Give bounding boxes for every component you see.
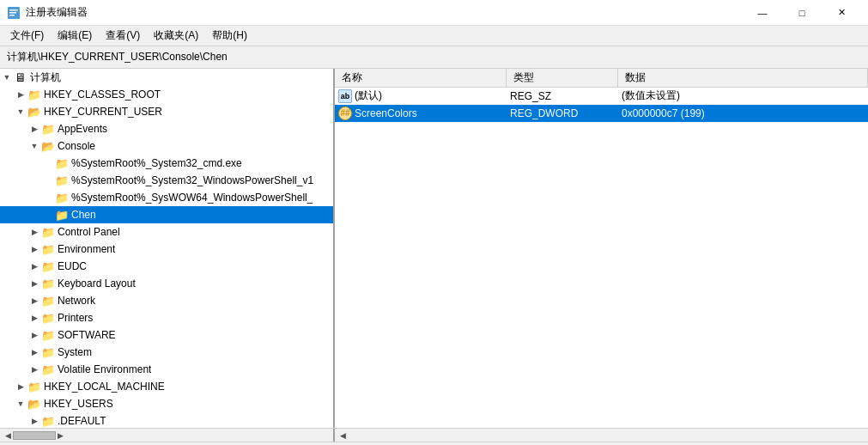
eudc-icon: 📁	[41, 259, 55, 273]
tree-label-hkcr: HKEY_CLASSES_ROOT	[44, 88, 161, 101]
table-header: 名称 类型 数据	[335, 69, 868, 88]
hklm-icon: 📁	[27, 380, 41, 393]
close-button[interactable]: ✕	[822, 0, 861, 26]
expand-console[interactable]: ▼	[27, 139, 41, 153]
software-icon: 📁	[41, 328, 55, 342]
tree-panel: ▼ 🖥 计算机 ▶ 📁 HKEY_CLASSES_ROOT ▼ 📂 HKEY_C…	[0, 69, 335, 428]
tree-item-eudc[interactable]: ▶ 📁 EUDC	[0, 258, 333, 275]
col-header-name[interactable]: 名称	[335, 69, 507, 87]
tree-label-printers: Printers	[58, 312, 93, 324]
tree-item-hklm[interactable]: ▶ 📁 HKEY_LOCAL_MACHINE	[0, 378, 333, 395]
tree-item-system[interactable]: ▶ 📁 System	[0, 344, 333, 361]
cmd-icon: 📁	[55, 156, 69, 170]
tree-item-chen[interactable]: 📁 Chen	[0, 206, 333, 223]
expand-default[interactable]: ▶	[27, 414, 41, 428]
expand-keyboardlayout[interactable]: ▶	[27, 277, 41, 290]
tree-label-console: Console	[58, 140, 95, 152]
expand-computer[interactable]: ▼	[0, 70, 14, 84]
tree-item-hkcu[interactable]: ▼ 📂 HKEY_CURRENT_USER	[0, 103, 333, 120]
tree-item-appevents[interactable]: ▶ 📁 AppEvents	[0, 120, 333, 137]
menu-bar: 文件(F) 编辑(E) 查看(V) 收藏夹(A) 帮助(H)	[0, 26, 868, 46]
tree-label-appevents: AppEvents	[58, 123, 107, 135]
menu-favorites[interactable]: 收藏夹(A)	[147, 27, 205, 46]
printers-icon: 📁	[41, 311, 55, 325]
main-content: ▼ 🖥 计算机 ▶ 📁 HKEY_CLASSES_ROOT ▼ 📂 HKEY_C…	[0, 69, 868, 428]
controlpanel-icon: 📁	[41, 225, 55, 239]
menu-file[interactable]: 文件(F)	[3, 27, 51, 46]
tree-label-environment: Environment	[58, 243, 115, 255]
expand-environment[interactable]: ▶	[27, 242, 41, 256]
console-icon: 📂	[41, 139, 55, 153]
tree-hscroll[interactable]: ◀ ▶	[0, 429, 335, 442]
title-bar: 注册表编辑器 — □ ✕	[0, 0, 868, 26]
value-name-default: (默认)	[355, 88, 382, 103]
tree-item-printers[interactable]: ▶ 📁 Printers	[0, 309, 333, 326]
svg-rect-1	[9, 9, 18, 11]
status-bar: CSDN @小青龍	[0, 442, 868, 445]
minimize-button[interactable]: —	[743, 0, 782, 26]
expand-controlpanel[interactable]: ▶	[27, 225, 41, 239]
tree-item-environment[interactable]: ▶ 📁 Environment	[0, 241, 333, 258]
reg-icon-dword: ##	[338, 107, 352, 120]
hkcr-icon: 📁	[27, 88, 41, 101]
menu-edit[interactable]: 编辑(E)	[51, 27, 99, 46]
network-icon: 📁	[41, 294, 55, 308]
window-title: 注册表编辑器	[26, 5, 743, 20]
value-name-screencolors: ScreenColors	[355, 107, 417, 119]
tree-label-hku: HKEY_USERS	[44, 398, 113, 410]
tree-item-computer[interactable]: ▼ 🖥 计算机	[0, 69, 333, 86]
expand-system[interactable]: ▶	[27, 345, 41, 359]
tree-item-volatile[interactable]: ▶ 📁 Volatile Environment	[0, 361, 333, 378]
maximize-button[interactable]: □	[782, 0, 822, 26]
tree-label-eudc: EUDC	[58, 260, 87, 272]
table-row[interactable]: ## ScreenColors REG_DWORD 0x000000c7 (19…	[335, 105, 868, 122]
expand-volatile[interactable]: ▶	[27, 363, 41, 376]
tree-item-console[interactable]: ▼ 📂 Console	[0, 137, 333, 155]
tree-item-ps1[interactable]: 📁 %SystemRoot%_System32_WindowsPowerShel…	[0, 172, 333, 189]
tree-item-controlpanel[interactable]: ▶ 📁 Control Panel	[0, 223, 333, 241]
hscroll-thumb[interactable]	[13, 431, 56, 440]
tree-label-pswow: %SystemRoot%_SysWOW64_WindowsPowerShell_	[71, 192, 313, 204]
menu-view[interactable]: 查看(V)	[99, 27, 147, 46]
right-scroll-left-arrow[interactable]: ◀	[338, 431, 348, 440]
expand-eudc[interactable]: ▶	[27, 259, 41, 273]
tree-item-keyboardlayout[interactable]: ▶ 📁 Keyboard Layout	[0, 275, 333, 292]
expand-printers[interactable]: ▶	[27, 311, 41, 325]
scroll-right-arrow[interactable]: ▶	[56, 431, 65, 440]
tree-item-hku[interactable]: ▼ 📂 HKEY_USERS	[0, 395, 333, 412]
tree-label-cmd: %SystemRoot%_System32_cmd.exe	[71, 157, 242, 169]
cell-type-screencolors: REG_DWORD	[507, 107, 618, 119]
col-header-data[interactable]: 数据	[618, 69, 868, 87]
col-header-type[interactable]: 类型	[507, 69, 618, 87]
keyboardlayout-icon: 📁	[41, 277, 55, 290]
expand-hkcr[interactable]: ▶	[14, 88, 27, 101]
tree-scroll[interactable]: ▼ 🖥 计算机 ▶ 📁 HKEY_CLASSES_ROOT ▼ 📂 HKEY_C…	[0, 69, 333, 428]
expand-network[interactable]: ▶	[27, 294, 41, 308]
right-hscroll[interactable]: ◀	[335, 429, 868, 442]
scroll-left-arrow[interactable]: ◀	[3, 431, 13, 440]
tree-item-cmd[interactable]: 📁 %SystemRoot%_System32_cmd.exe	[0, 155, 333, 172]
expand-software[interactable]: ▶	[27, 328, 41, 342]
table-body: ab (默认) REG_SZ (数值未设置) ## ScreenColors R…	[335, 88, 868, 428]
tree-item-hkcr[interactable]: ▶ 📁 HKEY_CLASSES_ROOT	[0, 86, 333, 103]
address-path: 计算机\HKEY_CURRENT_USER\Console\Chen	[7, 50, 228, 64]
volatile-icon: 📁	[41, 363, 55, 376]
cell-type-default: REG_SZ	[507, 90, 618, 102]
app-icon	[7, 6, 21, 20]
tree-item-default[interactable]: ▶ 📁 .DEFAULT	[0, 412, 333, 428]
tree-item-pswow[interactable]: 📁 %SystemRoot%_SysWOW64_WindowsPowerShel…	[0, 189, 333, 206]
expand-appevents[interactable]: ▶	[27, 122, 41, 136]
menu-help[interactable]: 帮助(H)	[205, 27, 254, 46]
window-controls: — □ ✕	[743, 0, 861, 26]
tree-label-hkcu: HKEY_CURRENT_USER	[44, 106, 162, 118]
expand-hklm[interactable]: ▶	[14, 380, 27, 393]
tree-item-network[interactable]: ▶ 📁 Network	[0, 292, 333, 309]
cell-name-screencolors: ## ScreenColors	[335, 107, 507, 120]
tree-item-software[interactable]: ▶ 📁 SOFTWARE	[0, 326, 333, 344]
expand-hkcu[interactable]: ▼	[14, 105, 27, 119]
bottom-scrollbar-bar: ◀ ▶ ◀	[0, 428, 868, 442]
tree-label-ps1: %SystemRoot%_System32_WindowsPowerShell_…	[71, 174, 313, 186]
expand-hku[interactable]: ▼	[14, 397, 27, 411]
cell-data-default: (数值未设置)	[618, 88, 868, 103]
table-row[interactable]: ab (默认) REG_SZ (数值未设置)	[335, 88, 868, 105]
